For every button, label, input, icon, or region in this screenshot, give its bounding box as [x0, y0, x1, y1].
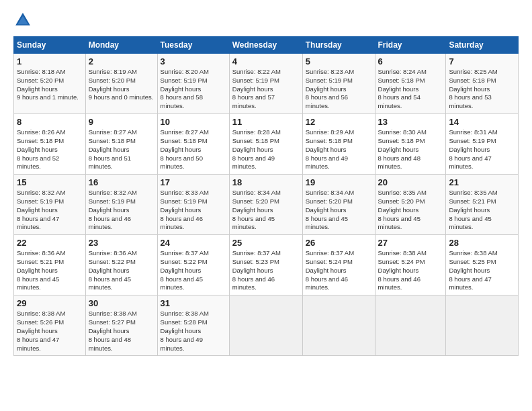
calendar-cell: 27Sunrise: 8:38 AMSunset: 5:24 PMDayligh…	[375, 235, 446, 295]
calendar-cell: 4Sunrise: 8:22 AMSunset: 5:19 PMDaylight…	[229, 54, 302, 114]
day-number: 4	[232, 56, 300, 66]
week-row-2: 8Sunrise: 8:26 AMSunset: 5:18 PMDaylight…	[14, 114, 519, 175]
day-number: 22	[17, 238, 83, 248]
day-number: 3	[161, 56, 226, 66]
calendar-cell: 25Sunrise: 8:37 AMSunset: 5:23 PMDayligh…	[229, 235, 302, 295]
day-info: Sunrise: 8:27 AMSunset: 5:18 PMDaylight …	[89, 128, 154, 171]
day-number: 18	[232, 177, 300, 187]
day-info: Sunrise: 8:24 AMSunset: 5:18 PMDaylight …	[378, 68, 443, 111]
day-info: Sunrise: 8:30 AMSunset: 5:18 PMDaylight …	[378, 128, 443, 171]
day-number: 19	[306, 177, 372, 187]
day-info: Sunrise: 8:36 AMSunset: 5:22 PMDaylight …	[89, 249, 154, 292]
day-number: 13	[378, 117, 443, 127]
day-number: 6	[378, 56, 443, 66]
day-info: Sunrise: 8:38 AMSunset: 5:25 PMDaylight …	[449, 249, 515, 292]
calendar-cell: 14Sunrise: 8:31 AMSunset: 5:19 PMDayligh…	[446, 114, 519, 175]
day-info: Sunrise: 8:37 AMSunset: 5:23 PMDaylight …	[232, 249, 300, 292]
day-number: 11	[232, 117, 300, 127]
weekday-wednesday: Wednesday	[229, 37, 302, 54]
weekday-thursday: Thursday	[302, 37, 375, 54]
day-number: 20	[378, 177, 443, 187]
week-row-1: 1Sunrise: 8:18 AMSunset: 5:20 PMDaylight…	[14, 54, 519, 114]
logo-icon	[13, 11, 32, 30]
day-info: Sunrise: 8:33 AMSunset: 5:19 PMDaylight …	[161, 189, 226, 232]
day-number: 16	[89, 177, 154, 187]
day-number: 26	[306, 238, 372, 248]
day-number: 29	[17, 298, 83, 308]
calendar-cell: 1Sunrise: 8:18 AMSunset: 5:20 PMDaylight…	[14, 54, 86, 114]
day-number: 30	[89, 298, 154, 308]
calendar-cell: 23Sunrise: 8:36 AMSunset: 5:22 PMDayligh…	[85, 235, 157, 295]
day-number: 9	[89, 117, 154, 127]
day-info: Sunrise: 8:25 AMSunset: 5:18 PMDaylight …	[449, 68, 515, 111]
day-info: Sunrise: 8:37 AMSunset: 5:24 PMDaylight …	[306, 249, 372, 292]
calendar-cell: 2Sunrise: 8:19 AMSunset: 5:20 PMDaylight…	[85, 54, 157, 114]
calendar-cell	[446, 295, 519, 356]
day-number: 1	[17, 56, 83, 66]
day-number: 28	[449, 238, 515, 248]
day-info: Sunrise: 8:18 AMSunset: 5:20 PMDaylight …	[17, 68, 83, 102]
calendar-cell: 26Sunrise: 8:37 AMSunset: 5:24 PMDayligh…	[302, 235, 375, 295]
day-number: 2	[89, 56, 154, 66]
week-row-4: 22Sunrise: 8:36 AMSunset: 5:21 PMDayligh…	[14, 235, 519, 295]
day-number: 8	[17, 117, 83, 127]
day-info: Sunrise: 8:23 AMSunset: 5:19 PMDaylight …	[306, 68, 372, 111]
weekday-friday: Friday	[375, 37, 446, 54]
day-info: Sunrise: 8:27 AMSunset: 5:18 PMDaylight …	[161, 128, 226, 171]
calendar-cell: 22Sunrise: 8:36 AMSunset: 5:21 PMDayligh…	[14, 235, 86, 295]
calendar-cell: 28Sunrise: 8:38 AMSunset: 5:25 PMDayligh…	[446, 235, 519, 295]
day-info: Sunrise: 8:38 AMSunset: 5:26 PMDaylight …	[17, 310, 83, 353]
calendar-cell: 7Sunrise: 8:25 AMSunset: 5:18 PMDaylight…	[446, 54, 519, 114]
day-info: Sunrise: 8:35 AMSunset: 5:21 PMDaylight …	[449, 189, 515, 232]
day-number: 12	[306, 117, 372, 127]
calendar-cell: 30Sunrise: 8:38 AMSunset: 5:27 PMDayligh…	[85, 295, 157, 356]
calendar-cell: 13Sunrise: 8:30 AMSunset: 5:18 PMDayligh…	[375, 114, 446, 175]
day-info: Sunrise: 8:31 AMSunset: 5:19 PMDaylight …	[449, 128, 515, 171]
page: SundayMondayTuesdayWednesdayThursdayFrid…	[0, 0, 532, 363]
day-number: 25	[232, 238, 300, 248]
day-info: Sunrise: 8:22 AMSunset: 5:19 PMDaylight …	[232, 68, 300, 111]
week-row-3: 15Sunrise: 8:32 AMSunset: 5:19 PMDayligh…	[14, 175, 519, 235]
day-number: 15	[17, 177, 83, 187]
weekday-monday: Monday	[85, 37, 157, 54]
calendar-cell	[229, 295, 302, 356]
calendar-cell: 10Sunrise: 8:27 AMSunset: 5:18 PMDayligh…	[157, 114, 229, 175]
day-info: Sunrise: 8:32 AMSunset: 5:19 PMDaylight …	[89, 189, 154, 232]
calendar-cell: 31Sunrise: 8:38 AMSunset: 5:28 PMDayligh…	[157, 295, 229, 356]
day-info: Sunrise: 8:35 AMSunset: 5:20 PMDaylight …	[378, 189, 443, 232]
weekday-header-row: SundayMondayTuesdayWednesdayThursdayFrid…	[14, 37, 519, 54]
calendar-table: SundayMondayTuesdayWednesdayThursdayFrid…	[13, 36, 519, 356]
day-info: Sunrise: 8:20 AMSunset: 5:19 PMDaylight …	[161, 68, 226, 111]
calendar-cell: 19Sunrise: 8:34 AMSunset: 5:20 PMDayligh…	[302, 175, 375, 235]
weekday-tuesday: Tuesday	[157, 37, 229, 54]
day-info: Sunrise: 8:19 AMSunset: 5:20 PMDaylight …	[89, 68, 154, 102]
day-info: Sunrise: 8:38 AMSunset: 5:28 PMDaylight …	[161, 310, 226, 353]
day-info: Sunrise: 8:34 AMSunset: 5:20 PMDaylight …	[306, 189, 372, 232]
calendar-cell	[375, 295, 446, 356]
calendar-cell: 18Sunrise: 8:34 AMSunset: 5:20 PMDayligh…	[229, 175, 302, 235]
calendar-cell: 9Sunrise: 8:27 AMSunset: 5:18 PMDaylight…	[85, 114, 157, 175]
day-number: 5	[306, 56, 372, 66]
calendar-cell: 29Sunrise: 8:38 AMSunset: 5:26 PMDayligh…	[14, 295, 86, 356]
day-info: Sunrise: 8:38 AMSunset: 5:24 PMDaylight …	[378, 249, 443, 292]
week-row-5: 29Sunrise: 8:38 AMSunset: 5:26 PMDayligh…	[14, 295, 519, 356]
day-info: Sunrise: 8:34 AMSunset: 5:20 PMDaylight …	[232, 189, 300, 232]
day-info: Sunrise: 8:26 AMSunset: 5:18 PMDaylight …	[17, 128, 83, 171]
calendar-cell: 5Sunrise: 8:23 AMSunset: 5:19 PMDaylight…	[302, 54, 375, 114]
calendar-cell: 16Sunrise: 8:32 AMSunset: 5:19 PMDayligh…	[85, 175, 157, 235]
day-number: 23	[89, 238, 154, 248]
logo	[13, 11, 35, 30]
day-info: Sunrise: 8:36 AMSunset: 5:21 PMDaylight …	[17, 249, 83, 292]
calendar-cell: 15Sunrise: 8:32 AMSunset: 5:19 PMDayligh…	[14, 175, 86, 235]
day-info: Sunrise: 8:37 AMSunset: 5:22 PMDaylight …	[161, 249, 226, 292]
day-info: Sunrise: 8:29 AMSunset: 5:18 PMDaylight …	[306, 128, 372, 171]
day-number: 14	[449, 117, 515, 127]
day-number: 7	[449, 56, 515, 66]
day-number: 21	[449, 177, 515, 187]
day-number: 24	[161, 238, 226, 248]
day-number: 17	[161, 177, 226, 187]
calendar-cell: 20Sunrise: 8:35 AMSunset: 5:20 PMDayligh…	[375, 175, 446, 235]
header	[13, 11, 519, 30]
day-info: Sunrise: 8:32 AMSunset: 5:19 PMDaylight …	[17, 189, 83, 232]
weekday-saturday: Saturday	[446, 37, 519, 54]
